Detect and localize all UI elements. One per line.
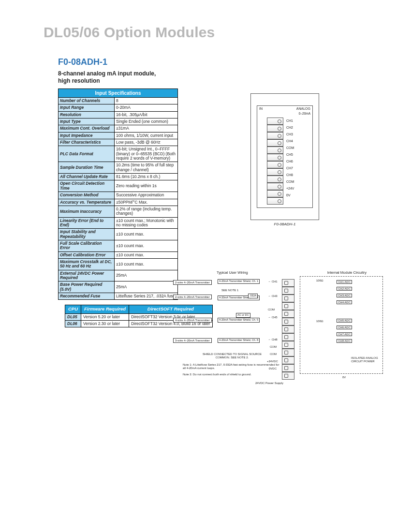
module-terminal (267, 147, 283, 154)
module-terminal-label: CH2 (286, 124, 294, 131)
power-supply-label: 24VDC Power Supply (255, 382, 283, 385)
spec-value: ±31mA (115, 125, 178, 132)
spec-param: Linearity Error (End to End) (59, 217, 115, 229)
module-terminal-label: CH6 (286, 158, 294, 165)
table-row: Base Power Required (5.0V)25mA (59, 281, 178, 293)
wiring-title-user: Typical User Wiring (217, 270, 248, 275)
res-label-1: 100Ω (316, 279, 323, 282)
table-row: Input Range0-20mA (59, 104, 178, 111)
module-terminal-label: CH4 (286, 138, 294, 145)
module-terminal-label: COM (286, 178, 294, 185)
tx-3wire-ch8: 3-wire 4–20mA Transmitter (173, 338, 212, 343)
spec-value: 16-bit; Unsigned Int., 0–FFFF (binary) o… (115, 146, 178, 162)
module-terminal (267, 132, 283, 139)
table-row: Maximum Crosstalk at DC, 50 Hz and 60 Hz… (59, 258, 178, 270)
table-row: All Channel Update Rate81.6ms (10.2ms x … (59, 174, 178, 180)
part-desc-line1: 8-channel analog mA input module, (58, 70, 156, 77)
com-label-2: COM (270, 345, 277, 348)
spec-param: Input Range (59, 104, 115, 111)
spec-value: ±10 count max. (115, 258, 178, 270)
table-row: Input TypeSingle Ended (one common) (59, 118, 178, 125)
adc-box: CH4 ADC (337, 300, 352, 304)
spec-value: 81.6ms (10.2ms x 8 ch.) (115, 174, 178, 180)
see-note-1: SEE NOTE 1 (221, 289, 238, 292)
zero-v-label: 0V (342, 376, 346, 379)
spec-param: Open Circuit Detection Time (59, 180, 115, 192)
spec-value: 10.2ms (time to 95% of full step change … (115, 162, 178, 174)
adc-box: CH7 ADC (337, 332, 352, 336)
spec-value: Single Ended (one common) (115, 118, 178, 125)
spec-param: Resolution (59, 111, 115, 118)
module-terminal (267, 154, 283, 161)
fw-cpu: DL05 (65, 313, 81, 320)
fw-firmware: Version 2.30 or later (81, 321, 129, 327)
part-number: F0-08ADH-1 (58, 57, 392, 67)
part-description: 8-channel analog mA input module, high r… (58, 70, 392, 85)
table-row: Open Circuit Detection TimeZero reading … (59, 180, 178, 192)
fw-head-cpu: CPU (65, 305, 81, 313)
part-desc-line2: high resolution (58, 77, 100, 84)
table-row: Resolution16-bit, .305µA/bit (59, 111, 178, 118)
spec-param: Input Impedance (59, 132, 115, 139)
spec-value: ±10 count max. (115, 229, 178, 240)
module-analog-label: ANALOG (296, 107, 310, 110)
spec-param: Number of Channels (59, 98, 115, 104)
module-terminal-label: CH3 (286, 131, 294, 138)
table-row: External 24VDC Power Required25mA (59, 270, 178, 281)
wiring-terminal (282, 287, 294, 295)
spec-value: ±10 count max.; Monotonic with no missin… (115, 217, 178, 229)
module-terminal-label: COM (286, 145, 294, 151)
table-row: Full Scale Calibration Error±10 count ma… (59, 240, 178, 251)
table-row: Offset Calibration Error±10 count max. (59, 251, 178, 258)
wiring-terminal (282, 341, 294, 349)
spec-value: Littelfuse Series 217, .032A fuse (115, 293, 178, 300)
spec-value: Low pass, -3dB @ 60Hz (115, 139, 178, 146)
table-row: PLC Data Format16-bit; Unsigned Int., 0–… (59, 146, 178, 162)
table-row: Number of Channels8 (59, 98, 178, 104)
spec-value: 0-20mA (115, 104, 178, 111)
ch3-label: → CH3 (268, 295, 278, 297)
res-label-2: 100Ω (316, 320, 323, 323)
module-drawing: IN ANALOG 0–20mA CH1CH2CH3CH4COMCH5CH6CH… (250, 93, 319, 220)
spec-value: ±50PPM/°C Max. (115, 199, 178, 206)
wiring-terminal (282, 295, 294, 302)
spec-param: Accuracy vs. Temperature (59, 199, 115, 206)
spec-value: 25mA (115, 270, 178, 281)
fw-firmware: Version 5.20 or later (81, 313, 129, 320)
module-terminal (267, 161, 283, 168)
fuse-value: .032A (248, 294, 258, 298)
spec-param: Maximum Cont. Overload (59, 125, 115, 132)
spec-param: Maximum Crosstalk at DC, 50 Hz and 60 Hz (59, 258, 115, 270)
wiring-terminal-block (282, 279, 294, 380)
footnote-2: Note 2: Do not connect both ends of shie… (183, 373, 279, 376)
spec-param: Input Type (59, 118, 115, 125)
wiring-terminal (282, 356, 294, 364)
tx-4wire-ch5: 4-wire 4–20mA Transmitter (173, 318, 212, 323)
wiring-terminal (282, 310, 294, 318)
spec-param: Conversion Method (59, 192, 115, 199)
wiring-terminal (282, 318, 294, 325)
adc-box: CH8 ADC (337, 339, 352, 343)
module-terminal-label: CH1 (286, 118, 294, 124)
spec-param: Maximum Inaccuracy (59, 206, 115, 217)
adc-box: CH6 ADC (337, 325, 352, 329)
module-terminal (267, 139, 283, 147)
ch5-label: → CH5 (268, 316, 278, 319)
spec-value: Successive Approximation (115, 192, 178, 199)
module-terminal (267, 183, 283, 190)
ch1-label: → CH1 (268, 280, 278, 283)
module-terminal-label: CH5 (286, 151, 294, 158)
spec-param: All Channel Update Rate (59, 174, 115, 180)
isolated-power-label: ISOLATED ANALOG CIRCUIT POWER (351, 356, 380, 363)
table-row: Filter CharacteristicsLow pass, -3dB @ 6… (59, 139, 178, 146)
com-label-3: COM (270, 353, 277, 355)
spec-value: 0.2% of range (including temp. changes) (115, 206, 178, 217)
module-terminal (267, 168, 283, 176)
com-label-1: COM (268, 308, 275, 311)
adc-box: CH1 ADC (337, 280, 352, 284)
spec-param: Input Stability and Repeatability (59, 229, 115, 240)
p24vdc-label: +24VDC (267, 360, 278, 363)
module-range-label: 0–20mA (299, 112, 310, 115)
wiring-terminal (282, 333, 294, 341)
module-terminal (267, 118, 283, 125)
